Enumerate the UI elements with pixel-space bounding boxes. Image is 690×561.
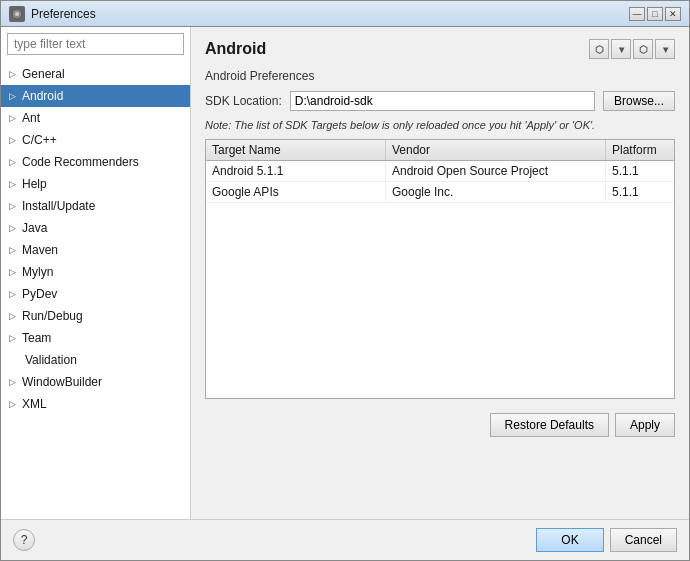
sidebar-item-label: Maven xyxy=(22,241,58,259)
close-button[interactable]: ✕ xyxy=(665,7,681,21)
sidebar-item-install-update[interactable]: ▷Install/Update xyxy=(1,195,190,217)
titlebar-buttons: — □ ✕ xyxy=(629,7,681,21)
sidebar-item-android[interactable]: ▷Android xyxy=(1,85,190,107)
toolbar-dropdown[interactable]: ▾ xyxy=(611,39,631,59)
panel-toolbar: ⬡ ▾ ⬡ ▾ xyxy=(589,39,675,59)
sidebar-item-label: Android xyxy=(22,87,63,105)
sidebar-item-label: General xyxy=(22,65,65,83)
sidebar-tree: ▷General▷Android▷Ant▷C/C++▷Code Recommen… xyxy=(1,61,190,519)
table-cell: 5.1.1 xyxy=(606,161,675,181)
table-row[interactable]: Google APIsGoogle Inc.5.1.122 xyxy=(206,182,674,203)
sidebar-item-label: Run/Debug xyxy=(22,307,83,325)
panel-title-row: Android ⬡ ▾ ⬡ ▾ xyxy=(205,39,675,59)
sidebar-item-label: Validation xyxy=(25,351,77,369)
action-row: Restore Defaults Apply xyxy=(205,409,675,441)
tree-arrow-icon: ▷ xyxy=(9,307,16,325)
sidebar-item-team[interactable]: ▷Team xyxy=(1,327,190,349)
sdk-input[interactable] xyxy=(290,91,595,111)
titlebar: Preferences — □ ✕ xyxy=(1,1,689,27)
tree-arrow-icon: ▷ xyxy=(9,65,16,83)
tree-arrow-icon: ▷ xyxy=(9,329,16,347)
sidebar-item-java[interactable]: ▷Java xyxy=(1,217,190,239)
maximize-button[interactable]: □ xyxy=(647,7,663,21)
sdk-table: Target NameVendorPlatformAPI ... Android… xyxy=(205,139,675,399)
sdk-note: Note: The list of SDK Targets below is o… xyxy=(205,119,675,131)
tree-arrow-icon: ▷ xyxy=(9,109,16,127)
table-header-cell: Target Name xyxy=(206,140,386,160)
filter-input[interactable] xyxy=(7,33,184,55)
sidebar-item-label: Code Recommenders xyxy=(22,153,139,171)
titlebar-left: Preferences xyxy=(9,6,96,22)
table-cell: Google APIs xyxy=(206,182,386,202)
dialog-icon xyxy=(9,6,25,22)
panel-title-text: Android xyxy=(205,40,266,58)
sidebar-item-windowbuilder[interactable]: ▷WindowBuilder xyxy=(1,371,190,393)
table-body: Android 5.1.1Android Open Source Project… xyxy=(206,161,674,203)
tree-arrow-icon: ▷ xyxy=(9,395,16,413)
table-header-cell: Platform xyxy=(606,140,675,160)
sidebar-item-pydev[interactable]: ▷PyDev xyxy=(1,283,190,305)
table-header-cell: Vendor xyxy=(386,140,606,160)
apply-button[interactable]: Apply xyxy=(615,413,675,437)
sidebar-item-label: Install/Update xyxy=(22,197,95,215)
sidebar-item-general[interactable]: ▷General xyxy=(1,63,190,85)
tree-arrow-icon: ▷ xyxy=(9,175,16,193)
tree-arrow-icon: ▷ xyxy=(9,241,16,259)
help-button[interactable]: ? xyxy=(13,529,35,551)
sidebar-item-label: Ant xyxy=(22,109,40,127)
sidebar-item-label: PyDev xyxy=(22,285,57,303)
tree-arrow-icon: ▷ xyxy=(9,131,16,149)
sidebar-item-help[interactable]: ▷Help xyxy=(1,173,190,195)
panel-subtitle: Android Preferences xyxy=(205,69,675,83)
main-panel: Android ⬡ ▾ ⬡ ▾ Android Preferences SDK … xyxy=(191,27,689,519)
bottom-bar: ? OK Cancel xyxy=(1,519,689,560)
sidebar-item-label: Mylyn xyxy=(22,263,53,281)
tree-arrow-icon: ▷ xyxy=(9,373,16,391)
tree-arrow-icon: ▷ xyxy=(9,263,16,281)
sidebar-item-run-debug[interactable]: ▷Run/Debug xyxy=(1,305,190,327)
table-cell: Google Inc. xyxy=(386,182,606,202)
content-area: ▷General▷Android▷Ant▷C/C++▷Code Recommen… xyxy=(1,27,689,519)
sidebar-item-validation[interactable]: Validation xyxy=(1,349,190,371)
preferences-dialog: Preferences — □ ✕ ▷General▷Android▷Ant▷C… xyxy=(0,0,690,561)
sidebar-item-c-c--[interactable]: ▷C/C++ xyxy=(1,129,190,151)
tree-arrow-icon: ▷ xyxy=(9,219,16,237)
back-button[interactable]: ⬡ xyxy=(589,39,609,59)
sidebar-item-label: Java xyxy=(22,219,47,237)
tree-arrow-icon: ▷ xyxy=(9,285,16,303)
tree-arrow-icon: ▷ xyxy=(9,197,16,215)
cancel-button[interactable]: Cancel xyxy=(610,528,677,552)
sidebar-item-code-recommenders[interactable]: ▷Code Recommenders xyxy=(1,151,190,173)
sidebar-item-mylyn[interactable]: ▷Mylyn xyxy=(1,261,190,283)
ok-button[interactable]: OK xyxy=(536,528,603,552)
sidebar-item-label: C/C++ xyxy=(22,131,57,149)
restore-defaults-button[interactable]: Restore Defaults xyxy=(490,413,609,437)
browse-button[interactable]: Browse... xyxy=(603,91,675,111)
sdk-label: SDK Location: xyxy=(205,94,282,108)
table-row[interactable]: Android 5.1.1Android Open Source Project… xyxy=(206,161,674,182)
sidebar: ▷General▷Android▷Ant▷C/C++▷Code Recommen… xyxy=(1,27,191,519)
tree-arrow-icon: ▷ xyxy=(9,87,16,105)
bottom-left: ? xyxy=(13,529,35,551)
table-cell: Android 5.1.1 xyxy=(206,161,386,181)
sidebar-item-label: Help xyxy=(22,175,47,193)
sidebar-item-label: WindowBuilder xyxy=(22,373,102,391)
dialog-title: Preferences xyxy=(31,7,96,21)
table-cell: 5.1.1 xyxy=(606,182,675,202)
forward-button[interactable]: ⬡ xyxy=(633,39,653,59)
sidebar-item-label: Team xyxy=(22,329,51,347)
minimize-button[interactable]: — xyxy=(629,7,645,21)
sidebar-item-label: XML xyxy=(22,395,47,413)
sidebar-item-xml[interactable]: ▷XML xyxy=(1,393,190,415)
table-header: Target NameVendorPlatformAPI ... xyxy=(206,140,674,161)
main-content: Android Preferences SDK Location: Browse… xyxy=(205,69,675,507)
sidebar-item-maven[interactable]: ▷Maven xyxy=(1,239,190,261)
toolbar-menu[interactable]: ▾ xyxy=(655,39,675,59)
tree-arrow-icon: ▷ xyxy=(9,153,16,171)
svg-point-1 xyxy=(15,12,19,16)
sidebar-item-ant[interactable]: ▷Ant xyxy=(1,107,190,129)
sdk-row: SDK Location: Browse... xyxy=(205,91,675,111)
table-cell: Android Open Source Project xyxy=(386,161,606,181)
bottom-right: OK Cancel xyxy=(536,528,677,552)
